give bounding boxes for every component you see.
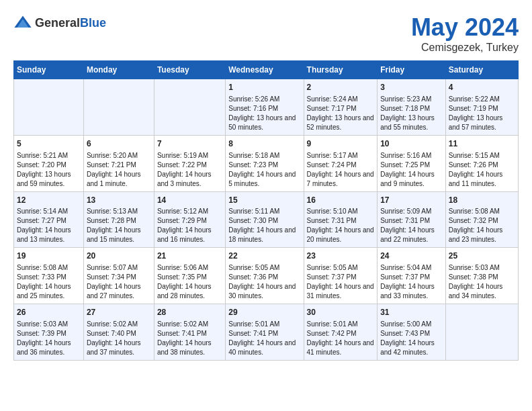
day-detail: Sunrise: 5:03 AMSunset: 7:39 PMDaylight:… <box>17 320 81 357</box>
day-cell: 27Sunrise: 5:02 AMSunset: 7:40 PMDayligh… <box>83 304 154 361</box>
day-number: 30 <box>307 307 375 318</box>
day-detail: Sunrise: 5:20 AMSunset: 7:21 PMDaylight:… <box>87 151 151 189</box>
day-detail: Sunrise: 5:15 AMSunset: 7:26 PMDaylight:… <box>449 151 515 189</box>
day-number: 17 <box>380 195 443 206</box>
day-cell: 7Sunrise: 5:19 AMSunset: 7:22 PMDaylight… <box>154 135 225 191</box>
day-detail: Sunrise: 5:22 AMSunset: 7:19 PMDaylight:… <box>449 95 515 132</box>
day-cell: 22Sunrise: 5:05 AMSunset: 7:36 PMDayligh… <box>226 248 304 304</box>
day-number: 11 <box>449 138 515 150</box>
day-cell: 3Sunrise: 5:23 AMSunset: 7:18 PMDaylight… <box>378 79 446 136</box>
day-number: 19 <box>17 250 81 262</box>
calendar-header-row: SundayMondayTuesdayWednesdayThursdayFrid… <box>14 61 519 79</box>
day-detail: Sunrise: 5:07 AMSunset: 7:34 PMDaylight:… <box>87 263 151 301</box>
day-detail: Sunrise: 5:01 AMSunset: 7:41 PMDaylight:… <box>228 320 300 357</box>
day-cell: 30Sunrise: 5:01 AMSunset: 7:42 PMDayligh… <box>304 304 378 361</box>
day-number: 12 <box>17 195 81 206</box>
day-cell: 23Sunrise: 5:05 AMSunset: 7:37 PMDayligh… <box>304 248 378 304</box>
day-detail: Sunrise: 5:11 AMSunset: 7:30 PMDaylight:… <box>228 207 300 244</box>
day-number: 16 <box>307 195 375 206</box>
week-row-2: 5Sunrise: 5:21 AMSunset: 7:20 PMDaylight… <box>14 135 519 191</box>
day-cell: 4Sunrise: 5:22 AMSunset: 7:19 PMDaylight… <box>445 79 518 136</box>
day-detail: Sunrise: 5:09 AMSunset: 7:31 PMDaylight:… <box>380 207 443 244</box>
header-monday: Monday <box>83 61 154 79</box>
day-number: 29 <box>228 307 300 318</box>
day-number: 26 <box>17 307 81 318</box>
day-number: 18 <box>449 195 515 206</box>
day-detail: Sunrise: 5:13 AMSunset: 7:28 PMDaylight:… <box>87 207 151 244</box>
day-cell: 5Sunrise: 5:21 AMSunset: 7:20 PMDaylight… <box>14 135 84 191</box>
day-number: 22 <box>228 250 300 262</box>
week-row-1: 1Sunrise: 5:26 AMSunset: 7:16 PMDaylight… <box>14 79 519 136</box>
day-cell: 18Sunrise: 5:08 AMSunset: 7:32 PMDayligh… <box>445 191 518 248</box>
day-number: 10 <box>380 138 443 150</box>
day-number: 25 <box>449 250 515 262</box>
day-cell: 25Sunrise: 5:03 AMSunset: 7:38 PMDayligh… <box>445 248 518 304</box>
day-detail: Sunrise: 5:02 AMSunset: 7:41 PMDaylight:… <box>157 320 222 357</box>
day-cell: 16Sunrise: 5:10 AMSunset: 7:31 PMDayligh… <box>304 191 378 248</box>
day-cell: 1Sunrise: 5:26 AMSunset: 7:16 PMDaylight… <box>226 79 304 136</box>
day-cell <box>445 304 518 361</box>
logo-general: General <box>35 16 80 30</box>
day-detail: Sunrise: 5:17 AMSunset: 7:24 PMDaylight:… <box>307 151 375 189</box>
week-row-5: 26Sunrise: 5:03 AMSunset: 7:39 PMDayligh… <box>14 304 519 361</box>
header-thursday: Thursday <box>304 61 378 79</box>
day-cell <box>14 79 84 136</box>
day-cell: 26Sunrise: 5:03 AMSunset: 7:39 PMDayligh… <box>14 304 84 361</box>
header-tuesday: Tuesday <box>154 61 225 79</box>
day-cell: 29Sunrise: 5:01 AMSunset: 7:41 PMDayligh… <box>226 304 304 361</box>
day-number: 9 <box>307 138 375 150</box>
day-number: 24 <box>380 250 443 262</box>
day-cell: 8Sunrise: 5:18 AMSunset: 7:23 PMDaylight… <box>226 135 304 191</box>
day-detail: Sunrise: 5:04 AMSunset: 7:37 PMDaylight:… <box>380 263 443 301</box>
day-detail: Sunrise: 5:14 AMSunset: 7:27 PMDaylight:… <box>17 207 81 244</box>
header-saturday: Saturday <box>445 61 518 79</box>
header-sunday: Sunday <box>14 61 84 79</box>
day-cell: 14Sunrise: 5:12 AMSunset: 7:29 PMDayligh… <box>154 191 225 248</box>
logo-blue: Blue <box>80 16 106 30</box>
day-number: 14 <box>157 195 222 206</box>
day-detail: Sunrise: 5:03 AMSunset: 7:38 PMDaylight:… <box>449 263 515 301</box>
day-cell: 20Sunrise: 5:07 AMSunset: 7:34 PMDayligh… <box>83 248 154 304</box>
logo-icon <box>13 13 32 32</box>
day-cell: 15Sunrise: 5:11 AMSunset: 7:30 PMDayligh… <box>226 191 304 248</box>
day-detail: Sunrise: 5:06 AMSunset: 7:35 PMDaylight:… <box>157 263 222 301</box>
day-detail: Sunrise: 5:00 AMSunset: 7:43 PMDaylight:… <box>380 320 443 357</box>
day-detail: Sunrise: 5:02 AMSunset: 7:40 PMDaylight:… <box>87 320 151 357</box>
day-cell: 2Sunrise: 5:24 AMSunset: 7:17 PMDaylight… <box>304 79 378 136</box>
header-friday: Friday <box>378 61 446 79</box>
day-detail: Sunrise: 5:21 AMSunset: 7:20 PMDaylight:… <box>17 151 81 189</box>
day-detail: Sunrise: 5:23 AMSunset: 7:18 PMDaylight:… <box>380 95 443 132</box>
day-number: 15 <box>228 195 300 206</box>
day-detail: Sunrise: 5:01 AMSunset: 7:42 PMDaylight:… <box>307 320 375 357</box>
day-cell: 28Sunrise: 5:02 AMSunset: 7:41 PMDayligh… <box>154 304 225 361</box>
main-title: May 2024 <box>411 13 519 42</box>
day-cell <box>83 79 154 136</box>
day-cell: 10Sunrise: 5:16 AMSunset: 7:25 PMDayligh… <box>378 135 446 191</box>
day-cell: 19Sunrise: 5:08 AMSunset: 7:33 PMDayligh… <box>14 248 84 304</box>
day-number: 20 <box>87 250 151 262</box>
page-header: GeneralBlue May 2024 Cemisgezek, Turkey <box>13 13 519 54</box>
calendar-table: SundayMondayTuesdayWednesdayThursdayFrid… <box>13 60 519 361</box>
day-detail: Sunrise: 5:08 AMSunset: 7:32 PMDaylight:… <box>449 207 515 244</box>
day-detail: Sunrise: 5:24 AMSunset: 7:17 PMDaylight:… <box>307 95 375 132</box>
day-cell: 13Sunrise: 5:13 AMSunset: 7:28 PMDayligh… <box>83 191 154 248</box>
day-number: 8 <box>228 138 300 150</box>
week-row-3: 12Sunrise: 5:14 AMSunset: 7:27 PMDayligh… <box>14 191 519 248</box>
day-cell <box>154 79 225 136</box>
day-detail: Sunrise: 5:18 AMSunset: 7:23 PMDaylight:… <box>228 151 300 189</box>
day-detail: Sunrise: 5:05 AMSunset: 7:37 PMDaylight:… <box>307 263 375 301</box>
day-number: 23 <box>307 250 375 262</box>
day-cell: 21Sunrise: 5:06 AMSunset: 7:35 PMDayligh… <box>154 248 225 304</box>
day-detail: Sunrise: 5:08 AMSunset: 7:33 PMDaylight:… <box>17 263 81 301</box>
day-number: 1 <box>228 82 300 93</box>
day-detail: Sunrise: 5:16 AMSunset: 7:25 PMDaylight:… <box>380 151 443 189</box>
day-detail: Sunrise: 5:12 AMSunset: 7:29 PMDaylight:… <box>157 207 222 244</box>
day-cell: 12Sunrise: 5:14 AMSunset: 7:27 PMDayligh… <box>14 191 84 248</box>
day-number: 5 <box>17 138 81 150</box>
week-row-4: 19Sunrise: 5:08 AMSunset: 7:33 PMDayligh… <box>14 248 519 304</box>
day-number: 2 <box>307 82 375 93</box>
title-block: May 2024 Cemisgezek, Turkey <box>411 13 519 54</box>
day-cell: 9Sunrise: 5:17 AMSunset: 7:24 PMDaylight… <box>304 135 378 191</box>
day-number: 27 <box>87 307 151 318</box>
logo: GeneralBlue <box>13 13 106 32</box>
